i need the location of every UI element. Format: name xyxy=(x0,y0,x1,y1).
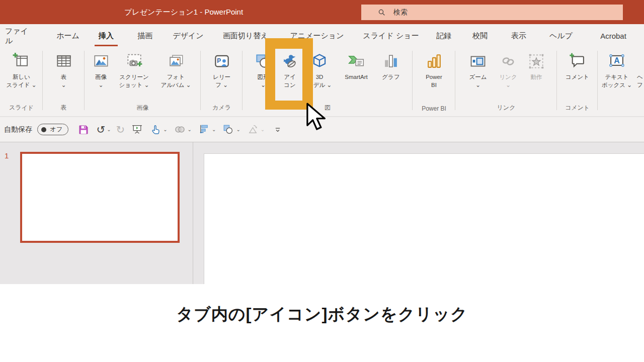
new-slide-button[interactable]: 新しい スライド ⌄ xyxy=(2,50,41,89)
button-label: フ xyxy=(637,81,643,89)
group-label: 画像 xyxy=(85,104,201,112)
panel-divider[interactable] xyxy=(193,142,193,284)
chevron-down-icon: ⌄ xyxy=(188,127,192,132)
slideshow-icon xyxy=(131,123,143,136)
ribbon-tab-row: ファイル ホーム 挿入 描画 デザイン 画面切り替え アニメーション スライド … xyxy=(0,24,644,48)
button-label: 動作 xyxy=(531,73,542,81)
tab-view[interactable]: 表示 xyxy=(507,24,530,48)
comment-button[interactable]: コメント xyxy=(559,50,596,81)
slide-number: 1 xyxy=(5,151,9,160)
tab-acrobat[interactable]: Acrobat xyxy=(592,24,635,48)
button-label: ⌄ xyxy=(261,81,266,89)
button-label: コン xyxy=(284,81,296,89)
screenshot-button[interactable]: スクリーン ショット ⌄ xyxy=(115,50,154,89)
group-label: Power BI xyxy=(413,105,455,112)
group-label: 表 xyxy=(43,104,85,112)
combine-shapes-button[interactable]: ⌄ xyxy=(222,123,240,136)
tab-draw[interactable]: 描画 xyxy=(132,24,158,48)
chevron-down-icon: ⌄ xyxy=(236,127,240,132)
button-label: スクリーン xyxy=(119,73,149,81)
ribbon-group-illustrations: 図形 ⌄ アイ コン 3D モデル ⌄ xyxy=(243,48,413,116)
screenshot-icon xyxy=(125,50,144,73)
photo-album-button[interactable]: フォト アルバム ⌄ xyxy=(154,50,198,89)
tab-help[interactable]: ヘルプ xyxy=(545,24,577,48)
tab-animations[interactable]: アニメーション xyxy=(288,24,346,48)
tab-slideshow[interactable]: スライド ショー xyxy=(361,24,421,48)
merge-shapes-button[interactable]: ⌄ xyxy=(174,123,192,136)
search-input[interactable]: 検索 xyxy=(361,5,623,20)
power-bi-button[interactable]: Power BI xyxy=(416,50,452,89)
shapes-icon xyxy=(254,50,273,73)
slide-thumbnail[interactable] xyxy=(20,152,180,243)
ribbon-group-powerbi: Power BI Power BI xyxy=(413,48,455,116)
header-footer-button-partial[interactable]: ヘ フ xyxy=(636,50,644,89)
tab-review[interactable]: 校閲 xyxy=(468,24,492,48)
autosave-toggle[interactable]: オフ xyxy=(37,124,68,135)
icons-button[interactable]: アイ コン xyxy=(276,50,303,89)
tab-record[interactable]: 記録 xyxy=(432,24,456,48)
button-label: フォト xyxy=(167,73,185,81)
ribbon-group-text: A テキスト ボックス ⌄ ヘ フ xyxy=(598,48,644,116)
rotate-shape-button: ⌄ xyxy=(247,123,265,136)
button-label: 表 xyxy=(61,73,67,81)
slide-canvas[interactable] xyxy=(204,153,644,284)
svg-text:A: A xyxy=(614,56,620,65)
save-button[interactable] xyxy=(77,124,90,136)
button-label: BI xyxy=(431,81,437,89)
tab-transitions[interactable]: 画面切り替え xyxy=(218,24,273,48)
text-box-button[interactable]: A テキスト ボックス ⌄ xyxy=(598,50,636,89)
start-slideshow-button[interactable] xyxy=(131,123,143,136)
cameo-icon: P xyxy=(212,50,231,73)
cameo-button[interactable]: P レリー フ ⌄ xyxy=(204,50,239,89)
ribbon-group-links: ズーム ⌄ リンク ⌄ 動作 リンク xyxy=(455,48,557,116)
tab-insert[interactable]: 挿入 xyxy=(93,24,120,48)
undo-icon: ↺ xyxy=(97,124,106,136)
group-label: リンク xyxy=(455,104,557,112)
window-title: プレゼンテーション1 - PowerPoint xyxy=(0,0,367,24)
zoom-button[interactable]: ズーム ⌄ xyxy=(462,50,494,89)
tab-design[interactable]: デザイン xyxy=(170,24,206,48)
chevron-down-icon: ⌄ xyxy=(163,127,167,132)
button-label: SmartArt xyxy=(345,73,367,81)
button-label: 新しい xyxy=(13,73,30,81)
shapes-button[interactable]: 図形 ⌄ xyxy=(250,50,276,89)
ribbon-group-comments: コメント コメント xyxy=(557,48,598,116)
icons-duck-icon xyxy=(280,50,299,73)
link-button: リンク ⌄ xyxy=(494,50,522,89)
button-label: フ ⌄ xyxy=(215,81,228,89)
smartart-button[interactable]: SmartArt xyxy=(336,50,377,89)
qat-overflow-button[interactable] xyxy=(273,125,283,135)
merge-shapes-icon xyxy=(174,123,186,136)
tab-file[interactable]: ファイル xyxy=(5,24,34,48)
button-label: 図形 xyxy=(258,73,269,81)
button-label: テキスト xyxy=(605,73,628,81)
save-icon xyxy=(77,124,90,136)
combine-shapes-icon xyxy=(222,123,234,136)
table-icon xyxy=(54,50,73,73)
chart-button[interactable]: グラフ xyxy=(377,50,405,89)
3d-models-button[interactable]: 3D モデル ⌄ xyxy=(303,50,336,89)
group-label: カメラ xyxy=(201,104,243,112)
touch-mouse-mode-button[interactable]: ⌄ xyxy=(149,124,167,136)
chart-icon xyxy=(381,50,400,73)
tab-home[interactable]: ホーム xyxy=(52,24,84,48)
svg-text:P: P xyxy=(217,57,221,64)
chevron-down-icon: ⌄ xyxy=(107,127,111,132)
table-button[interactable]: 表 ⌄ xyxy=(46,50,82,89)
button-label: ⌄ xyxy=(506,81,511,89)
search-icon xyxy=(377,8,386,17)
pictures-button[interactable]: 画像 ⌄ xyxy=(88,50,115,89)
new-slide-icon xyxy=(12,50,31,73)
align-objects-button[interactable]: ⌄ xyxy=(198,123,216,136)
3d-cube-icon xyxy=(310,50,329,73)
tutorial-caption: タブ内の[アイコン]ボタンをクリック xyxy=(0,303,644,326)
undo-button[interactable]: ↺⌄ xyxy=(97,124,111,136)
button-label: 画像 xyxy=(95,73,107,81)
search-placeholder: 検索 xyxy=(393,8,408,17)
chevron-down-icon: ⌄ xyxy=(212,127,216,132)
redo-icon: ↻ xyxy=(116,124,125,136)
ribbon-group-camera: P レリー フ ⌄ カメラ xyxy=(201,48,243,116)
button-label: モデル ⌄ xyxy=(307,81,332,89)
button-label: グラフ xyxy=(382,73,399,81)
button-label: 3D xyxy=(316,73,324,81)
